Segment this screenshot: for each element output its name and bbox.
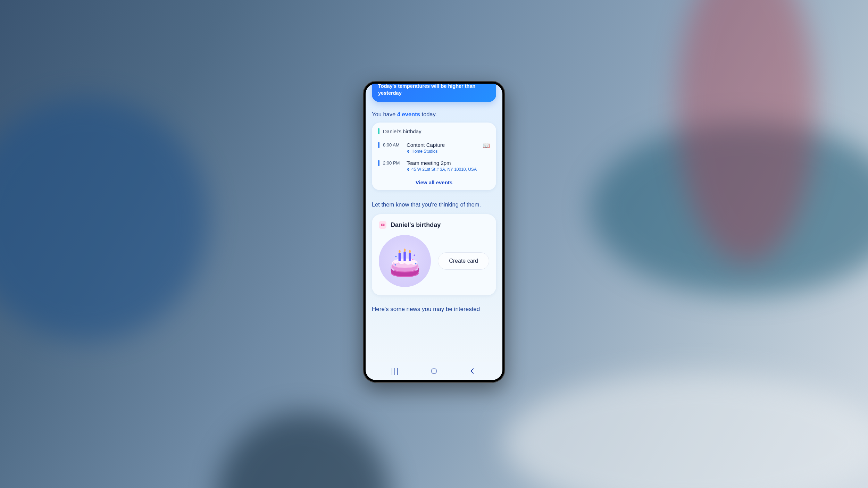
weather-card[interactable]: Today's Temperature Today's temperatures… (372, 84, 496, 102)
event-allday[interactable]: Daniel's birthday (378, 128, 490, 138)
book-icon: 📖 (483, 142, 490, 149)
event-title: Team meeting 2pm (407, 160, 490, 166)
nav-home-button[interactable] (427, 366, 441, 376)
svg-rect-4 (403, 252, 406, 261)
event-time: 2:00 PM (383, 160, 403, 166)
envelope-icon: ✉ (379, 221, 386, 229)
thinking-heading: Let them know that you're thinking of th… (372, 201, 496, 209)
create-card-button[interactable]: Create card (438, 252, 489, 270)
svg-rect-14 (432, 369, 436, 373)
events-count: 4 events (397, 111, 420, 117)
view-all-events-button[interactable]: View all events (378, 175, 490, 185)
svg-rect-9 (395, 256, 397, 258)
events-heading: You have 4 events today. (372, 111, 496, 118)
event-title: Content Capture (407, 142, 479, 148)
birthday-card-header: ✉ Daniel's birthday (379, 221, 489, 229)
location-pin-icon (407, 168, 410, 171)
location-pin-icon (407, 150, 410, 153)
svg-point-8 (409, 250, 411, 253)
cake-icon (386, 242, 424, 280)
screen: Today's Temperature Today's temperatures… (366, 84, 502, 380)
calendar-color-bar (378, 128, 379, 134)
event-location: Home Studios (407, 149, 479, 154)
cake-illustration (379, 235, 431, 287)
news-heading: Here's some news you may be interested (372, 306, 496, 313)
events-heading-pre: You have (372, 111, 397, 117)
event-time: 8:00 AM (383, 142, 403, 148)
birthday-card[interactable]: ✉ Daniel's birthday (372, 214, 496, 295)
event-allday-title: Daniel's birthday (383, 128, 421, 134)
android-nav-bar: ||| (366, 362, 502, 380)
event-location-text: Home Studios (411, 149, 437, 154)
phone-frame: Today's Temperature Today's temperatures… (363, 81, 505, 383)
svg-rect-5 (409, 253, 411, 261)
svg-point-6 (399, 250, 401, 253)
event-location: 45 W 21st St # 3A, NY 10010, USA (407, 167, 490, 172)
birthday-card-title: Daniel's birthday (391, 221, 441, 229)
nav-recents-button[interactable]: ||| (389, 366, 402, 376)
weather-summary: Today's temperatures will be higher than… (378, 84, 490, 96)
events-heading-post: today. (420, 111, 437, 117)
feed-scroll[interactable]: Today's Temperature Today's temperatures… (366, 84, 502, 362)
event-item[interactable]: 2:00 PM Team meeting 2pm 45 W 21st St # … (378, 157, 490, 175)
calendar-color-bar (378, 160, 379, 166)
event-item[interactable]: 8:00 AM Content Capture Home Studios 📖 (378, 138, 490, 157)
calendar-color-bar (378, 142, 379, 148)
svg-point-7 (404, 249, 406, 252)
svg-rect-10 (414, 254, 415, 256)
event-location-text: 45 W 21st St # 3A, NY 10010, USA (411, 167, 477, 172)
svg-rect-3 (399, 253, 401, 261)
nav-back-button[interactable] (466, 366, 479, 376)
events-card[interactable]: Daniel's birthday 8:00 AM Content Captur… (372, 123, 496, 190)
